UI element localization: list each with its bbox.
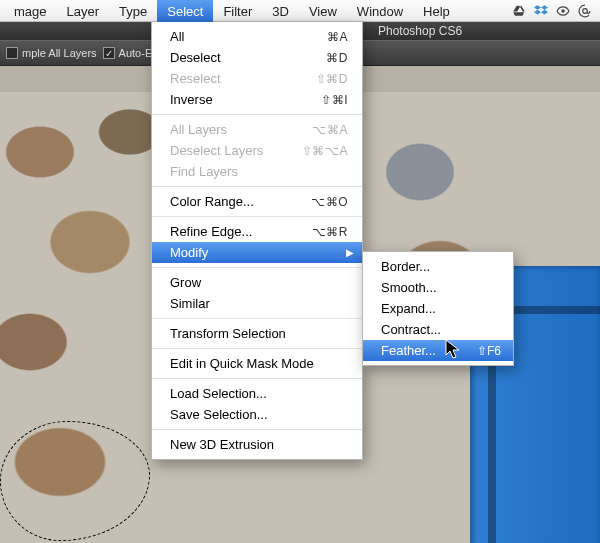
checkbox-box-icon <box>6 47 18 59</box>
menuitem-label: Deselect <box>170 50 326 65</box>
menuitem-label: Similar <box>170 296 348 311</box>
menuitem-save-selection[interactable]: Save Selection... <box>152 404 362 425</box>
menuitem-shortcut: ⇧⌘⌥A <box>302 144 348 158</box>
submenu-item-contract[interactable]: Contract... <box>363 319 513 340</box>
menuitem-shortcut: ⇧⌘I <box>321 93 348 107</box>
submenu-item-shortcut: ⇧F6 <box>477 344 501 358</box>
menuitem-deselect-layers: Deselect Layers⇧⌘⌥A <box>152 140 362 161</box>
menuitem-shortcut: ⌘D <box>326 51 348 65</box>
menu-separator <box>152 348 362 349</box>
menuitem-label: Reselect <box>170 71 316 86</box>
menuitem-similar[interactable]: Similar <box>152 293 362 314</box>
menuitem-label: Deselect Layers <box>170 143 302 158</box>
menuitem-reselect: Reselect⇧⌘D <box>152 68 362 89</box>
menuitem-label: Modify <box>170 245 348 260</box>
menu-view[interactable]: View <box>299 0 347 22</box>
svg-point-0 <box>561 9 565 13</box>
menuitem-label: Find Layers <box>170 164 348 179</box>
menuitem-label: Load Selection... <box>170 386 348 401</box>
submenu-item-smooth[interactable]: Smooth... <box>363 277 513 298</box>
menu-separator <box>152 318 362 319</box>
menuitem-load-selection[interactable]: Load Selection... <box>152 383 362 404</box>
menu-filter[interactable]: Filter <box>213 0 262 22</box>
dropbox-icon[interactable] <box>534 4 548 18</box>
menuitem-label: All Layers <box>170 122 312 137</box>
submenu-item-label: Smooth... <box>381 280 501 295</box>
menuitem-label: Color Range... <box>170 194 311 209</box>
submenu-item-feather[interactable]: Feather...⇧F6 <box>363 340 513 361</box>
modify-submenu: Border...Smooth...Expand...Contract...Fe… <box>362 251 514 366</box>
menu-separator <box>152 186 362 187</box>
menuitem-label: Refine Edge... <box>170 224 312 239</box>
submenu-item-label: Feather... <box>381 343 477 358</box>
select-menu-dropdown: All⌘ADeselect⌘DReselect⇧⌘DInverse⇧⌘IAll … <box>151 22 363 460</box>
menu-separator <box>152 114 362 115</box>
mac-menubar: mage Layer Type Select Filter 3D View Wi… <box>0 0 600 22</box>
menu-separator <box>152 429 362 430</box>
menu-image[interactable]: mage <box>4 0 57 22</box>
menuitem-label: Grow <box>170 275 348 290</box>
menuitem-grow[interactable]: Grow <box>152 272 362 293</box>
submenu-item-label: Contract... <box>381 322 501 337</box>
drive-icon[interactable] <box>512 4 526 18</box>
menuitem-all-layers: All Layers⌥⌘A <box>152 119 362 140</box>
menu-separator <box>152 216 362 217</box>
menuitem-shortcut: ⌘A <box>327 30 348 44</box>
at-icon[interactable] <box>578 4 592 18</box>
menuitem-find-layers: Find Layers <box>152 161 362 182</box>
submenu-item-border[interactable]: Border... <box>363 256 513 277</box>
menuitem-label: New 3D Extrusion <box>170 437 348 452</box>
menuitem-refine-edge[interactable]: Refine Edge...⌥⌘R <box>152 221 362 242</box>
menu-type[interactable]: Type <box>109 0 157 22</box>
sample-all-layers-label: mple All Layers <box>22 47 97 59</box>
menuitem-label: All <box>170 29 327 44</box>
submenu-item-expand[interactable]: Expand... <box>363 298 513 319</box>
menuitem-label: Inverse <box>170 92 321 107</box>
menuitem-edit-in-quick-mask-mode[interactable]: Edit in Quick Mask Mode <box>152 353 362 374</box>
menu-layer[interactable]: Layer <box>57 0 110 22</box>
submenu-arrow-icon: ▶ <box>346 247 354 258</box>
menuitem-modify[interactable]: Modify▶ <box>152 242 362 263</box>
checkbox-box-icon: ✓ <box>103 47 115 59</box>
menuitem-shortcut: ⌥⌘O <box>311 195 348 209</box>
menuitem-shortcut: ⇧⌘D <box>316 72 348 86</box>
menu-select[interactable]: Select <box>157 0 213 22</box>
menuitem-color-range[interactable]: Color Range...⌥⌘O <box>152 191 362 212</box>
menu-separator <box>152 378 362 379</box>
menuitem-shortcut: ⌥⌘R <box>312 225 348 239</box>
menu-3d[interactable]: 3D <box>262 0 299 22</box>
menubar-tray <box>512 4 596 18</box>
menu-help[interactable]: Help <box>413 0 460 22</box>
menuitem-new-3d-extrusion[interactable]: New 3D Extrusion <box>152 434 362 455</box>
menu-window[interactable]: Window <box>347 0 413 22</box>
submenu-item-label: Expand... <box>381 301 501 316</box>
menuitem-all[interactable]: All⌘A <box>152 26 362 47</box>
sample-all-layers-checkbox[interactable]: mple All Layers <box>6 47 97 59</box>
menuitem-label: Edit in Quick Mask Mode <box>170 356 348 371</box>
app-title: Photoshop CS6 <box>378 24 462 38</box>
menuitem-deselect[interactable]: Deselect⌘D <box>152 47 362 68</box>
menuitem-label: Save Selection... <box>170 407 348 422</box>
menu-separator <box>152 267 362 268</box>
eye-icon[interactable] <box>556 4 570 18</box>
menuitem-inverse[interactable]: Inverse⇧⌘I <box>152 89 362 110</box>
menuitem-label: Transform Selection <box>170 326 348 341</box>
menuitem-transform-selection[interactable]: Transform Selection <box>152 323 362 344</box>
menuitem-shortcut: ⌥⌘A <box>312 123 348 137</box>
submenu-item-label: Border... <box>381 259 501 274</box>
